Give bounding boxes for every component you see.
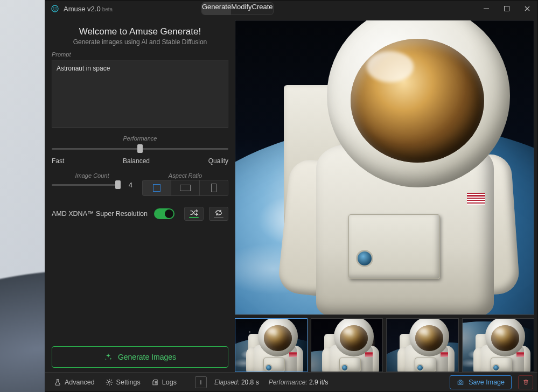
thumbnail-1[interactable] bbox=[235, 318, 308, 372]
aspect-portrait-button[interactable] bbox=[200, 180, 228, 195]
settings-label: Settings bbox=[116, 379, 141, 386]
aspect-square-button[interactable] bbox=[143, 180, 171, 195]
close-button[interactable] bbox=[517, 1, 537, 17]
svg-point-5 bbox=[459, 381, 462, 383]
svg-point-1 bbox=[53, 8, 54, 9]
image-count-label: Image Count bbox=[52, 172, 132, 179]
performance-scale: Fast Balanced Quality bbox=[52, 157, 228, 165]
svg-rect-3 bbox=[505, 6, 509, 11]
preview-image[interactable] bbox=[235, 20, 534, 315]
advanced-label: Advanced bbox=[65, 379, 95, 386]
window-controls bbox=[476, 1, 537, 17]
app-title: Amuse v2.0beta bbox=[64, 5, 113, 13]
controls-panel: Welcome to Amuse Generate! Generate imag… bbox=[48, 20, 232, 372]
perf-max-label: Quality bbox=[208, 157, 228, 165]
output-panel bbox=[235, 20, 534, 372]
svg-point-2 bbox=[55, 8, 57, 9]
minimize-button[interactable] bbox=[476, 1, 497, 17]
tab-create[interactable]: Create bbox=[252, 3, 273, 15]
welcome-block: Welcome to Amuse Generate! Generate imag… bbox=[52, 23, 228, 51]
elapsed-label: Elapsed: bbox=[214, 379, 240, 386]
perf-min-label: Fast bbox=[52, 157, 64, 165]
settings-button[interactable]: Settings bbox=[101, 376, 145, 388]
logs-button[interactable]: Logs bbox=[147, 376, 181, 388]
prompt-label: Prompt bbox=[52, 51, 228, 58]
landscape-icon bbox=[180, 185, 191, 191]
svg-point-0 bbox=[52, 5, 58, 12]
thumbnail-4[interactable] bbox=[462, 318, 535, 372]
app-logo-icon bbox=[51, 4, 59, 13]
info-button[interactable]: i bbox=[195, 376, 207, 388]
welcome-subtitle: Generate images using AI and Stable Diff… bbox=[52, 38, 228, 46]
logs-label: Logs bbox=[162, 379, 177, 386]
astronaut-scene bbox=[235, 20, 534, 314]
shuffle-icon bbox=[190, 209, 198, 216]
flask-icon bbox=[54, 379, 61, 386]
perf-value: 2.9 it/s bbox=[309, 379, 328, 386]
aspect-ratio-group bbox=[142, 180, 228, 196]
title-left: Amuse v2.0beta bbox=[45, 1, 201, 17]
generate-button[interactable]: Generate Images bbox=[52, 346, 228, 368]
welcome-title: Welcome to Amuse Generate! bbox=[52, 26, 228, 37]
aspect-landscape-button[interactable] bbox=[171, 180, 200, 195]
reset-button[interactable] bbox=[209, 207, 228, 221]
elapsed-value: 20.8 s bbox=[241, 379, 259, 386]
camera-icon bbox=[457, 379, 464, 386]
thumbnail-3[interactable] bbox=[386, 318, 459, 372]
square-icon bbox=[153, 184, 160, 192]
image-count-value: 4 bbox=[125, 181, 132, 189]
generate-button-label: Generate Images bbox=[118, 353, 176, 361]
save-image-label: Save Image bbox=[469, 379, 505, 386]
thumbnail-2[interactable] bbox=[311, 318, 383, 372]
perf-label: Performance: bbox=[269, 379, 308, 386]
titlebar: Amuse v2.0beta Generate Modify Create bbox=[45, 1, 537, 17]
maximize-button[interactable] bbox=[497, 1, 517, 17]
prompt-input[interactable] bbox=[52, 60, 228, 128]
perf-mid-label: Balanced bbox=[123, 157, 150, 165]
delete-image-button[interactable] bbox=[518, 375, 533, 389]
logs-icon bbox=[151, 379, 159, 386]
image-count-slider[interactable] bbox=[52, 180, 121, 190]
main-body: Welcome to Amuse Generate! Generate imag… bbox=[45, 17, 537, 372]
svg-point-4 bbox=[108, 381, 110, 383]
performance-slider[interactable] bbox=[52, 144, 228, 153]
performance-label: Performance bbox=[52, 135, 228, 142]
shuffle-seed-button[interactable] bbox=[184, 207, 204, 221]
info-icon: i bbox=[200, 379, 201, 386]
performance-readout: Elapsed: 20.8 s Performance: 2.9 it/s bbox=[214, 379, 328, 386]
aspect-ratio-label: Aspect Ratio bbox=[142, 172, 228, 179]
gear-icon bbox=[106, 379, 113, 386]
tab-modify[interactable]: Modify bbox=[231, 3, 251, 15]
thumbnail-strip bbox=[235, 318, 534, 372]
advanced-button[interactable]: Advanced bbox=[50, 376, 99, 388]
tab-generate[interactable]: Generate bbox=[202, 3, 231, 15]
sparkle-icon bbox=[104, 353, 113, 361]
super-res-label: AMD XDNA™ Super Resolution bbox=[52, 210, 148, 218]
mode-tabbar: Generate Modify Create bbox=[201, 2, 274, 15]
refresh-icon bbox=[214, 209, 223, 216]
trash-icon bbox=[522, 379, 529, 386]
statusbar: Advanced Settings Logs i Elapsed: 20.8 s… bbox=[45, 372, 537, 391]
super-res-toggle[interactable] bbox=[154, 208, 174, 219]
app-window: Amuse v2.0beta Generate Modify Create bbox=[45, 0, 538, 392]
save-image-button[interactable]: Save Image bbox=[450, 375, 512, 389]
portrait-icon bbox=[211, 184, 216, 192]
